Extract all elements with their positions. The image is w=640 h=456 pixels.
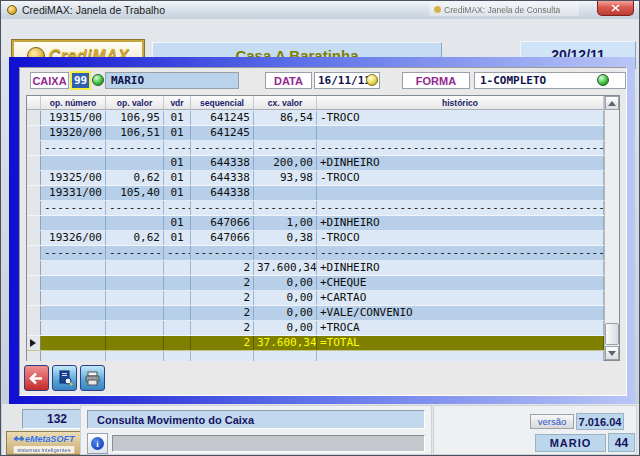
cell-op_numero	[41, 321, 106, 335]
header-vdr: vdr	[164, 96, 191, 109]
window-title: CrediMAX: Janela de Trabalho	[22, 4, 165, 16]
data-field[interactable]: 16/11/11	[314, 72, 380, 89]
cell-op_numero	[41, 336, 106, 350]
caixa-number-field[interactable]: 99	[70, 71, 91, 90]
background-window-icon	[434, 6, 441, 13]
printer-icon	[84, 371, 101, 386]
cell-historico: -TROCO	[317, 171, 604, 185]
cell-cx_valor: 93,98	[254, 171, 317, 185]
cell-op_valor: 106,95	[106, 111, 164, 125]
cell-sequencial: 2	[191, 276, 254, 290]
cell-historico: -TROCO	[317, 231, 604, 245]
cell-cx_valor	[254, 126, 317, 140]
cell-op_valor	[106, 156, 164, 170]
cell-cx_valor: 37.600,34	[254, 261, 317, 275]
forma-label: FORMA	[402, 72, 470, 89]
cell-cx_valor	[254, 351, 317, 361]
info-button[interactable]: i	[87, 433, 108, 454]
cell-vdr	[164, 306, 191, 320]
row-indicator	[27, 156, 41, 170]
table-separator-row[interactable]: ----------------------------------------…	[27, 246, 604, 261]
table-row-selected[interactable]: 237.600,34=TOTAL	[27, 336, 604, 351]
vertical-scrollbar[interactable]	[604, 96, 619, 360]
header-op-numero: op. número	[41, 96, 106, 109]
cell-historico: +CHEQUE	[317, 276, 604, 290]
cell-cx_valor: 0,00	[254, 321, 317, 335]
user-name: MARIO	[535, 434, 606, 452]
cell-cx_valor: 0,00	[254, 306, 317, 320]
panel-inner: CAIXA 99 MARIO DATA 16/11/11 FORMA 1-COM…	[19, 67, 627, 396]
cell-historico	[317, 126, 604, 140]
table-row[interactable]: 20,00+TROCA	[27, 321, 604, 336]
cell-historico: +DINHEIRO	[317, 216, 604, 230]
caixa-name-field[interactable]: MARIO	[105, 72, 239, 89]
table-row[interactable]: 19331/00105,4001644338	[27, 186, 604, 201]
cell-cx_valor: ---------	[254, 246, 317, 260]
work-panel: CAIXA 99 MARIO DATA 16/11/11 FORMA 1-COM…	[9, 57, 635, 404]
table-separator-row[interactable]: ----------------------------------------…	[27, 141, 604, 156]
cell-op_valor: 0,62	[106, 171, 164, 185]
scroll-down-button[interactable]	[605, 346, 619, 360]
table-row[interactable]: 01644338200,00+DINHEIRO	[27, 156, 604, 171]
cell-sequencial	[191, 351, 254, 361]
row-indicator	[27, 216, 41, 230]
cell-op_valor: 0,62	[106, 231, 164, 245]
table-row[interactable]: 20,00+VALE/CONVENIO	[27, 306, 604, 321]
row-indicator	[27, 351, 41, 361]
table-filler-row	[27, 351, 604, 361]
cell-vdr: 01	[164, 186, 191, 200]
table-row[interactable]: 20,00+CHEQUE	[27, 276, 604, 291]
cell-historico: +TROCA	[317, 321, 604, 335]
row-indicator	[27, 141, 41, 155]
table-row[interactable]: 237.600,34+DINHEIRO	[27, 261, 604, 276]
table-row[interactable]: 016470661,00+DINHEIRO	[27, 216, 604, 231]
grid-header: op. número op. valor vdr sequencial cx. …	[27, 96, 604, 110]
row-indicator	[27, 111, 41, 125]
header-historico: histórico	[317, 96, 604, 109]
cell-cx_valor	[254, 186, 317, 200]
close-button[interactable]	[597, 1, 634, 16]
cell-historico: +VALE/CONVENIO	[317, 306, 604, 320]
table-separator-row[interactable]: ----------------------------------------…	[27, 201, 604, 216]
back-button[interactable]	[24, 365, 49, 391]
background-window-title: CrediMAX: Janela de Consulta	[444, 5, 560, 15]
row-indicator	[27, 231, 41, 245]
cell-op_numero: 19315/00	[41, 111, 106, 125]
print-button[interactable]	[80, 365, 105, 391]
arrow-up-icon	[608, 101, 616, 106]
version-button[interactable]: versão	[530, 414, 574, 429]
cell-op_numero: ---------	[41, 141, 106, 155]
scrollbar-thumb[interactable]	[605, 323, 619, 345]
cell-sequencial: 647066	[191, 231, 254, 245]
background-window-tab[interactable]: CrediMAX: Janela de Consulta	[429, 3, 579, 16]
table-row[interactable]: 19326/000,62016470660,38-TROCO	[27, 231, 604, 246]
cell-historico	[317, 186, 604, 200]
cell-op_valor	[106, 351, 164, 361]
cell-vdr: 01	[164, 126, 191, 140]
row-indicator	[27, 126, 41, 140]
table-row[interactable]: 20,00+CARTAO	[27, 291, 604, 306]
titlebar[interactable]: CrediMAX: Janela de Trabalho CrediMAX: J…	[1, 1, 639, 19]
cell-sequencial: 647066	[191, 216, 254, 230]
cell-historico: ----------------------------------------…	[317, 141, 604, 155]
cell-sequencial: ---------	[191, 141, 254, 155]
cell-op_valor: 105,40	[106, 186, 164, 200]
cell-op_valor	[106, 276, 164, 290]
row-indicator	[27, 276, 41, 290]
cell-historico	[317, 351, 604, 361]
table-row[interactable]: 19315/00106,950164124586,54-TROCO	[27, 111, 604, 126]
cell-op_numero	[41, 291, 106, 305]
cell-cx_valor: 37.600,34	[254, 336, 317, 350]
table-row[interactable]: 19325/000,620164433893,98-TROCO	[27, 171, 604, 186]
cell-vdr	[164, 276, 191, 290]
table-row[interactable]: 19320/00106,5101641245	[27, 126, 604, 141]
data-status-led-icon	[366, 74, 378, 86]
cell-vdr: 01	[164, 231, 191, 245]
forma-field[interactable]: 1-COMPLETO	[474, 72, 626, 89]
scroll-up-button[interactable]	[605, 96, 619, 110]
row-indicator	[27, 246, 41, 260]
cell-op_valor	[106, 336, 164, 350]
preview-button[interactable]	[52, 365, 77, 391]
terminal-number: 44	[608, 433, 635, 452]
cell-op_numero	[41, 156, 106, 170]
